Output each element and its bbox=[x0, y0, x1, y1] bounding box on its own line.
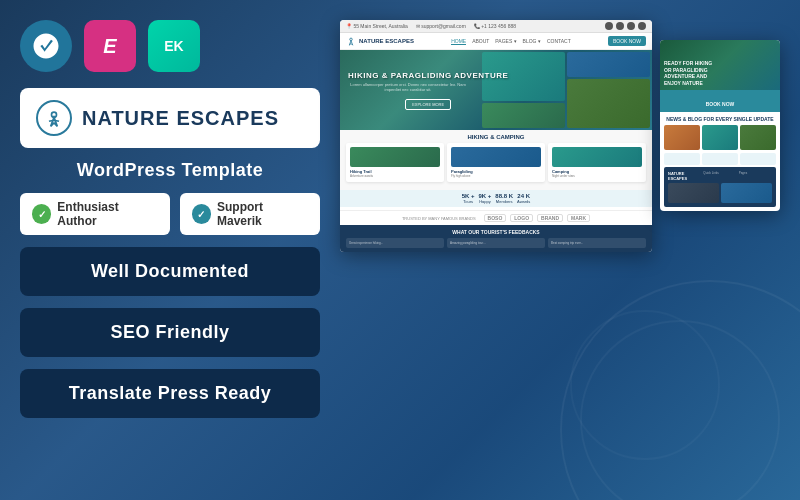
testimonial-3: Best camping trip ever... bbox=[548, 238, 646, 248]
preview-logo: NATURE ESCAPES bbox=[346, 36, 414, 46]
right-panel: 📍 55 Main Street, Australia ✉ support@gm… bbox=[340, 20, 780, 480]
preview-hero-content: HIKING & PARAGLIDING ADVENTURE Lorem ull… bbox=[340, 71, 508, 110]
brand-icons-row: E EK bbox=[20, 20, 320, 72]
brand-3: BRAND bbox=[537, 214, 563, 222]
preview-email: ✉ support@gmail.com bbox=[416, 23, 466, 29]
enthusiast-icon: ✓ bbox=[32, 204, 51, 224]
testimonial-2: Amazing paragliding tour... bbox=[447, 238, 545, 248]
well-documented-button[interactable]: Well Documented bbox=[20, 247, 320, 296]
preview-cards: Hiking Trail Adventure awaits Paraglidin… bbox=[346, 143, 646, 182]
preview-stats: 5K + Tours 9K + Happy 88.8 K Members 24 … bbox=[340, 190, 652, 207]
testimonial-cards: Great experience hiking... Amazing parag… bbox=[346, 238, 646, 248]
preview-address-bar: 📍 55 Main Street, Australia ✉ support@gm… bbox=[340, 20, 652, 33]
translate-press-button[interactable]: Translate Press Ready bbox=[20, 369, 320, 418]
card-1: Hiking Trail Adventure awaits bbox=[346, 143, 444, 182]
preview2-item-3 bbox=[740, 153, 776, 165]
logo-text: NATURE ESCAPES bbox=[82, 107, 279, 130]
preview-phone: 📞 +1 123 456 888 bbox=[474, 23, 516, 29]
brand-1: BOSO bbox=[484, 214, 507, 222]
left-panel: E EK NATURE ESCAPES WordPress Template ✓ bbox=[20, 20, 320, 480]
brand-2: LOGO bbox=[510, 214, 533, 222]
preview-content: HIKING & CAMPING Hiking Trail Adventure … bbox=[340, 130, 652, 190]
stat-4: 24 K Awards bbox=[517, 193, 530, 204]
preview-explore-btn[interactable]: EXPLORE MORE bbox=[405, 99, 451, 110]
website-preview-main: 📍 55 Main Street, Australia ✉ support@gm… bbox=[340, 20, 652, 252]
blog-card-3 bbox=[740, 125, 776, 150]
preview2-hero: READY FOR HIKINGOR PARAGLIDINGADVENTURE … bbox=[660, 40, 780, 90]
card-2: Paragliding Fly high above bbox=[447, 143, 545, 182]
testimonials-title: WHAT OUR TOURIST'S FEEDBACKS bbox=[346, 229, 646, 235]
testimonial-1: Great experience hiking... bbox=[346, 238, 444, 248]
preview2-row-1 bbox=[664, 153, 776, 165]
wordpress-template-label: WordPress Template bbox=[20, 160, 320, 181]
preview-nav: NATURE ESCAPES HOME ABOUT PAGES ▾ BLOG ▾… bbox=[340, 33, 652, 50]
seo-friendly-button[interactable]: SEO Friendly bbox=[20, 308, 320, 357]
brand-4: MARK bbox=[567, 214, 590, 222]
blog-card-2 bbox=[702, 125, 738, 150]
preview2-item-2 bbox=[702, 153, 738, 165]
preview-book-btn[interactable]: BOOK NOW bbox=[608, 36, 646, 46]
support-maverik-badge: ✓ Support Maverik bbox=[180, 193, 320, 235]
card-2-image bbox=[451, 147, 541, 167]
enthusiast-label: Enthusiast Author bbox=[57, 200, 157, 228]
preview-testimonials: WHAT OUR TOURIST'S FEEDBACKS Great exper… bbox=[340, 225, 652, 252]
preview-nav-items: HOME ABOUT PAGES ▾ BLOG ▾ CONTACT bbox=[451, 38, 571, 45]
stat-1: 5K + Tours bbox=[462, 193, 475, 204]
preview-section-title: HIKING & CAMPING bbox=[346, 134, 646, 140]
preview2-footer: NATURE ESCAPES Quick Links Pages bbox=[664, 167, 776, 207]
preview2-cards bbox=[664, 125, 776, 150]
preview2-item-1 bbox=[664, 153, 700, 165]
card-1-image bbox=[350, 147, 440, 167]
preview2-content: NEWS & BLOG FOR EVERY SINGLE UPDATE NATU… bbox=[660, 112, 780, 211]
preview2-hero-title: READY FOR HIKINGOR PARAGLIDINGADVENTURE … bbox=[664, 60, 712, 86]
card-3: Camping Night under stars bbox=[548, 143, 646, 182]
blog-card-1 bbox=[664, 125, 700, 150]
preview2-book-section: BOOK NOW bbox=[660, 90, 780, 112]
stat-2: 9K + Happy bbox=[479, 193, 492, 204]
logo-icon bbox=[36, 100, 72, 136]
support-label: Support Maverik bbox=[217, 200, 308, 228]
footer-img-2 bbox=[721, 183, 772, 203]
website-preview-secondary: READY FOR HIKINGOR PARAGLIDINGADVENTURE … bbox=[660, 40, 780, 211]
badges-row: ✓ Enthusiast Author ✓ Support Maverik bbox=[20, 193, 320, 235]
preview-hero-subtitle: Lorem ullamcorper pretium orci. Donec ne… bbox=[348, 82, 468, 92]
brands-title: TRUSTED BY MANY FAMOUS BRANDS bbox=[402, 216, 476, 221]
king-composer-icon: EK bbox=[148, 20, 200, 72]
card-3-image bbox=[552, 147, 642, 167]
preview-hero-title: HIKING & PARAGLIDING ADVENTURE bbox=[348, 71, 508, 80]
elementor-icon: E bbox=[84, 20, 136, 72]
stat-3: 88.8 K Members bbox=[495, 193, 513, 204]
logo-box: NATURE ESCAPES bbox=[20, 88, 320, 148]
enthusiast-author-badge: ✓ Enthusiast Author bbox=[20, 193, 170, 235]
preview2-blog-title: NEWS & BLOG FOR EVERY SINGLE UPDATE bbox=[664, 116, 776, 122]
preview-brands: TRUSTED BY MANY FAMOUS BRANDS BOSO LOGO … bbox=[340, 210, 652, 225]
preview-location: 📍 55 Main Street, Australia bbox=[346, 23, 408, 29]
support-icon: ✓ bbox=[192, 204, 211, 224]
footer-img-1 bbox=[668, 183, 719, 203]
wordpress-icon bbox=[20, 20, 72, 72]
preview-hero: HIKING & PARAGLIDING ADVENTURE Lorem ull… bbox=[340, 50, 652, 130]
